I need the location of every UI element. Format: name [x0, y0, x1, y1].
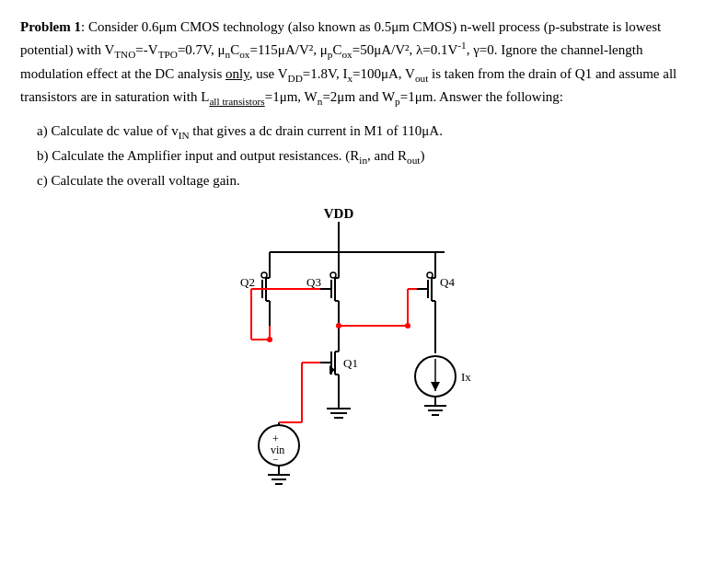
- problem-statement: Problem 1: Consider 0.6μm CMOS technolog…: [20, 17, 685, 110]
- problem-colon: : Consider 0.6μm CMOS technology (also k…: [20, 19, 676, 104]
- svg-point-63: [405, 323, 410, 329]
- q4-label: Q4: [440, 275, 455, 289]
- wp-sub: p: [395, 96, 400, 107]
- vdd-sub: DD: [288, 73, 303, 84]
- vtn-sub: TNO: [114, 49, 135, 60]
- svg-point-61: [336, 323, 341, 329]
- q1-label: Q1: [343, 356, 358, 370]
- question-c: c) Calculate the overall voltage gain.: [37, 169, 685, 193]
- vout-sub: out: [415, 73, 428, 84]
- only-underline: only: [225, 66, 249, 81]
- svg-point-10: [261, 272, 267, 278]
- wn-sub: n: [318, 96, 323, 107]
- q3-label: Q3: [306, 275, 321, 289]
- vtp-sub: TPO: [158, 49, 178, 60]
- svg-point-19: [330, 272, 336, 278]
- problem-number: Problem 1: [20, 19, 81, 34]
- rin-sub: in: [359, 155, 367, 166]
- un-sub: n: [225, 49, 231, 60]
- circuit-svg: VDD Q2: [159, 202, 546, 487]
- lall-text: all transistors: [209, 96, 264, 107]
- question-b: b) Calculate the Amplifier input and out…: [37, 144, 685, 169]
- questions-list: a) Calculate dc value of vIN that gives …: [37, 120, 685, 193]
- vdd-label: VDD: [324, 206, 354, 221]
- ix-sub: x: [347, 73, 352, 84]
- ox2-sub: ox: [341, 49, 352, 60]
- q2-label: Q2: [240, 275, 255, 289]
- up-sub: p: [328, 49, 333, 60]
- vin-sub-a: IN: [179, 130, 190, 141]
- ix-label: Ix: [461, 370, 471, 384]
- circuit-diagram: VDD Q2: [20, 202, 685, 487]
- svg-point-28: [427, 272, 433, 278]
- lambda-sup: -1: [457, 40, 466, 51]
- question-a: a) Calculate dc value of vIN that gives …: [37, 120, 685, 144]
- vin-minus: −: [272, 454, 278, 465]
- ix-arrow: [431, 382, 440, 391]
- lall-sub: all transistors: [209, 96, 264, 107]
- rout-sub: out: [407, 155, 420, 166]
- ox1-sub: ox: [239, 49, 249, 60]
